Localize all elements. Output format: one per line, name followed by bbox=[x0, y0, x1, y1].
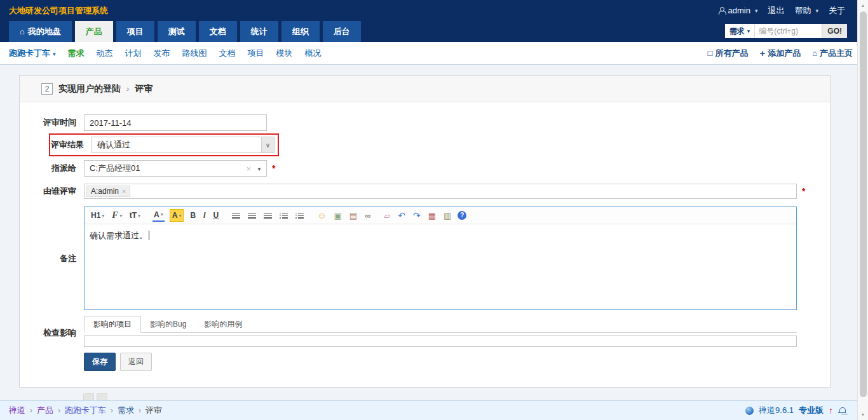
product-switcher[interactable]: 跑跑卡丁车 bbox=[9, 48, 56, 59]
list-glyph bbox=[295, 213, 304, 219]
tab-test[interactable]: 测试 bbox=[158, 21, 196, 42]
global-search: 需求 GO! bbox=[724, 24, 848, 39]
subnav-item-overview[interactable]: 概况 bbox=[305, 48, 322, 59]
ordered-list-icon[interactable] bbox=[278, 209, 289, 222]
story-title: 实现用户的登陆 bbox=[58, 83, 121, 95]
breadcrumb-product[interactable]: 产品 bbox=[37, 405, 53, 416]
version-link[interactable]: 禅道9.6.1 bbox=[759, 405, 794, 416]
breadcrumb-separator: › bbox=[58, 406, 60, 415]
save-button[interactable]: 保存 bbox=[84, 353, 116, 371]
page-action-title: 评审 bbox=[135, 83, 153, 95]
subnav-item-doc[interactable]: 文档 bbox=[219, 48, 236, 59]
tab-admin[interactable]: 后台 bbox=[323, 21, 361, 42]
search-category-dropdown[interactable]: 需求 bbox=[725, 24, 755, 38]
link-icon[interactable]: ∞ bbox=[363, 209, 372, 222]
editor-content[interactable]: 确认需求通过。 bbox=[85, 224, 796, 247]
tab-impact-cases[interactable]: 影响的用例 bbox=[195, 316, 251, 332]
font-family-icon[interactable]: F bbox=[111, 209, 123, 222]
tab-org[interactable]: 组织 bbox=[281, 21, 320, 42]
subnav-item-release[interactable]: 发布 bbox=[154, 48, 170, 59]
subnav-item-dynamic[interactable]: 动态 bbox=[97, 48, 113, 59]
tab-product[interactable]: 产品 bbox=[75, 21, 113, 42]
sub-nav: 跑跑卡丁车 需求 动态 计划 发布 路线图 文档 项目 模块 概况 所有产品 添… bbox=[0, 42, 868, 65]
subnav-item-story[interactable]: 需求 bbox=[68, 48, 85, 59]
heading-icon[interactable]: H1 bbox=[90, 209, 105, 222]
top-header: 大地研发公司项目管理系统 admin 退出 帮助 关于 我的地盘 产品 项目 测… bbox=[0, 0, 868, 42]
scroll-down-arrow[interactable]: ▼ bbox=[858, 409, 868, 420]
align-left-icon[interactable] bbox=[231, 209, 241, 222]
subnav-item-roadmap[interactable]: 路线图 bbox=[182, 48, 207, 59]
about-icon[interactable]: ? bbox=[458, 211, 466, 220]
bars-glyph bbox=[264, 213, 272, 219]
all-products-link[interactable]: 所有产品 bbox=[708, 48, 749, 59]
remove-tag-icon[interactable]: × bbox=[122, 187, 126, 195]
text-color-icon[interactable]: A bbox=[153, 209, 165, 222]
tab-impact-projects[interactable]: 影响的项目 bbox=[84, 316, 141, 333]
chevron-down-icon bbox=[261, 137, 274, 152]
align-right-icon[interactable] bbox=[262, 209, 273, 222]
review-date-input[interactable] bbox=[84, 114, 267, 131]
breadcrumb-story[interactable]: 需求 bbox=[118, 405, 134, 416]
assigned-to-combobox[interactable]: C:产品经理01 × bbox=[84, 160, 267, 177]
subnav-item-module[interactable]: 模块 bbox=[276, 48, 293, 59]
bold-icon[interactable]: B bbox=[189, 209, 197, 222]
impact-input[interactable] bbox=[84, 335, 797, 347]
comment-text: 确认需求通过。 bbox=[90, 231, 147, 240]
assigned-to-row: 指派给 C:产品经理01 × * bbox=[20, 160, 830, 177]
undo-icon[interactable]: ↶ bbox=[397, 209, 407, 222]
table-icon[interactable]: ▦ bbox=[427, 209, 437, 222]
scrollbar-thumb[interactable] bbox=[860, 11, 867, 397]
remove-format-icon[interactable]: ▱ bbox=[383, 209, 391, 222]
text-cursor bbox=[149, 231, 149, 240]
subnav-item-project[interactable]: 项目 bbox=[248, 48, 264, 59]
impact-row: 检查影响 影响的项目 影响的Bug 影响的用例 bbox=[20, 318, 830, 347]
scroll-up-arrow[interactable]: ▲ bbox=[858, 0, 868, 11]
logout-link[interactable]: 退出 bbox=[768, 5, 784, 17]
bell-icon[interactable] bbox=[838, 407, 845, 415]
highlight-color-icon[interactable]: A bbox=[170, 209, 184, 222]
review-result-select[interactable]: 确认通过 bbox=[92, 137, 275, 153]
source-icon[interactable]: ▥ bbox=[442, 209, 452, 222]
search-go-button[interactable]: GO! bbox=[822, 24, 847, 38]
reviewed-by-multiselect[interactable]: A:admin× bbox=[84, 184, 797, 199]
user-name: admin bbox=[728, 6, 750, 15]
font-size-icon[interactable]: tT bbox=[128, 209, 142, 222]
edition-link[interactable]: 专业版 bbox=[799, 405, 824, 416]
user-menu[interactable]: admin bbox=[718, 6, 758, 15]
underline-icon[interactable]: U bbox=[212, 209, 220, 222]
list-glyph bbox=[280, 213, 288, 219]
main-nav: 我的地盘 产品 项目 测试 文档 统计 组织 后台 bbox=[9, 21, 361, 42]
breadcrumb-product-name[interactable]: 跑跑卡丁车 bbox=[65, 405, 106, 416]
search-input[interactable] bbox=[754, 24, 822, 38]
align-center-icon[interactable] bbox=[247, 209, 257, 222]
redo-icon[interactable]: ↷ bbox=[412, 209, 422, 222]
help-menu[interactable]: 帮助 bbox=[794, 5, 818, 17]
breadcrumb-separator: › bbox=[139, 406, 141, 415]
breadcrumb-separator: › bbox=[111, 406, 113, 415]
tab-doc[interactable]: 文档 bbox=[199, 21, 237, 42]
tab-project[interactable]: 项目 bbox=[116, 21, 154, 42]
breadcrumb-review: 评审 bbox=[146, 405, 162, 416]
image-icon[interactable]: ▣ bbox=[332, 209, 342, 222]
review-date-row: 评审时间 bbox=[20, 114, 830, 131]
emoticon-icon[interactable]: ☺ bbox=[316, 209, 327, 222]
breadcrumb-zentao[interactable]: 禅道 bbox=[9, 405, 25, 416]
user-icon bbox=[718, 7, 726, 15]
unordered-list-icon[interactable] bbox=[294, 209, 305, 222]
back-button[interactable]: 返回 bbox=[120, 353, 152, 371]
product-box-icon bbox=[708, 48, 713, 58]
upgrade-arrow-icon[interactable]: ↑ bbox=[829, 405, 833, 416]
subnav-item-plan[interactable]: 计划 bbox=[125, 48, 142, 59]
tab-report[interactable]: 统计 bbox=[240, 21, 278, 42]
tab-impact-bugs[interactable]: 影响的Bug bbox=[141, 316, 195, 332]
clear-icon[interactable]: × bbox=[246, 164, 251, 173]
about-link[interactable]: 关于 bbox=[829, 5, 845, 17]
product-home-link[interactable]: 产品主页 bbox=[812, 48, 853, 59]
italic-icon[interactable]: I bbox=[202, 209, 207, 222]
impact-tabs: 影响的项目 影响的Bug 影响的用例 bbox=[84, 318, 797, 333]
add-product-link[interactable]: 添加产品 bbox=[759, 48, 801, 59]
bars-glyph bbox=[248, 213, 256, 219]
vertical-scrollbar[interactable]: ▲ ▼ bbox=[857, 0, 868, 420]
tab-my-dashboard[interactable]: 我的地盘 bbox=[9, 21, 72, 42]
media-icon[interactable]: ▤ bbox=[348, 209, 358, 222]
